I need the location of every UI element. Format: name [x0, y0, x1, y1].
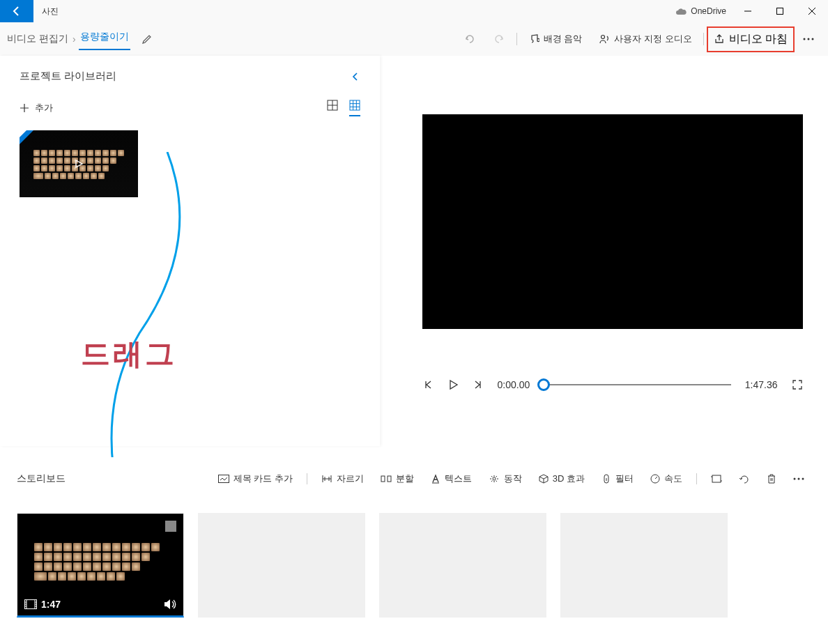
close-button[interactable] — [796, 0, 828, 22]
svg-point-1 — [601, 36, 605, 39]
ellipsis-icon — [803, 38, 814, 40]
library-title: 프로젝트 라이브러리 — [20, 70, 116, 83]
motion-button[interactable]: 동작 — [482, 468, 529, 489]
grid-small-button[interactable] — [349, 100, 360, 116]
cube-icon — [539, 474, 549, 484]
music-icon — [528, 33, 539, 45]
svg-point-10 — [493, 477, 496, 480]
onedrive-label: OneDrive — [691, 6, 726, 16]
finish-video-button[interactable]: 비디오 마침 — [707, 26, 795, 52]
undo-button[interactable] — [455, 27, 484, 51]
svg-rect-7 — [218, 475, 229, 483]
svg-point-16 — [802, 478, 804, 480]
clip-checkbox[interactable] — [165, 521, 176, 532]
chevron-right-icon: › — [72, 33, 76, 45]
cloud-icon — [675, 7, 687, 15]
filter-label: 필터 — [615, 473, 634, 485]
storyboard-empty-slot[interactable] — [560, 513, 728, 618]
rotate-icon — [739, 474, 750, 484]
rotate-button[interactable] — [732, 470, 757, 488]
svg-rect-8 — [381, 476, 385, 482]
separator — [696, 473, 697, 484]
svg-point-3 — [808, 38, 810, 40]
svg-rect-6 — [350, 100, 360, 110]
fullscreen-button[interactable] — [792, 379, 803, 390]
separator — [516, 33, 517, 45]
slider-thumb[interactable] — [537, 378, 550, 391]
title-card-button[interactable]: 제목 카드 추가 — [211, 468, 300, 489]
split-label: 분할 — [396, 473, 414, 485]
next-frame-icon — [473, 379, 484, 390]
app-title: 사진 — [42, 6, 59, 17]
plus-icon — [20, 103, 29, 113]
selected-badge-icon — [20, 130, 33, 144]
total-time: 1:47.36 — [745, 379, 778, 390]
play-icon — [74, 159, 84, 169]
rename-button[interactable] — [141, 33, 153, 45]
library-thumbnail[interactable] — [20, 130, 138, 197]
breadcrumb: 비디오 편집기 › 용량줄이기 — [6, 28, 130, 50]
next-frame-button[interactable] — [473, 379, 484, 390]
svg-point-15 — [798, 478, 800, 480]
trash-icon — [767, 474, 776, 484]
onedrive-indicator[interactable]: OneDrive — [675, 6, 726, 16]
trim-button[interactable]: 자르기 — [314, 468, 371, 489]
chevron-left-icon — [351, 72, 360, 82]
add-label: 추가 — [35, 102, 53, 114]
title-card-label: 제목 카드 추가 — [233, 473, 293, 485]
split-button[interactable]: 분할 — [374, 468, 421, 489]
play-icon — [447, 379, 459, 390]
svg-rect-0 — [777, 8, 783, 15]
video-preview[interactable] — [422, 114, 803, 329]
speed-button[interactable]: 속도 — [643, 468, 689, 489]
crop-icon — [711, 474, 722, 484]
more-button[interactable] — [795, 32, 822, 46]
crop-button[interactable] — [704, 470, 729, 488]
separator — [307, 473, 307, 484]
breadcrumb-item-project[interactable]: 용량줄이기 — [79, 28, 130, 50]
svg-rect-9 — [388, 476, 391, 482]
maximize-button[interactable] — [764, 0, 796, 22]
text-button[interactable]: 텍스트 — [424, 468, 479, 489]
motion-label: 동작 — [504, 473, 522, 485]
separator — [703, 33, 704, 45]
bgm-button[interactable]: 배경 음악 — [520, 27, 591, 51]
storyboard-clip[interactable]: 1:47 — [17, 513, 184, 618]
3d-label: 3D 효과 — [553, 473, 585, 485]
ellipsis-icon — [793, 477, 804, 480]
redo-button[interactable] — [484, 27, 514, 51]
play-button[interactable] — [447, 379, 459, 390]
storyboard-empty-slot[interactable] — [379, 513, 546, 618]
svg-rect-13 — [712, 475, 721, 482]
grid-large-button[interactable] — [327, 100, 338, 116]
share-icon — [714, 33, 725, 45]
storyboard-empty-slot[interactable] — [198, 513, 365, 618]
speed-icon — [650, 474, 660, 484]
motion-icon — [489, 474, 500, 484]
card-icon — [218, 475, 229, 483]
collapse-button[interactable] — [351, 72, 360, 82]
speed-label: 속도 — [664, 473, 682, 485]
bgm-label: 배경 음악 — [544, 33, 583, 45]
person-audio-icon — [599, 33, 610, 45]
prev-frame-button[interactable] — [422, 379, 434, 390]
storyboard-panel: 스토리보드 제목 카드 추가 자르기 분할 텍스트 동작 — [0, 457, 828, 644]
preview-panel: 0:00.00 1:47.36 — [380, 56, 828, 446]
back-button[interactable] — [0, 0, 33, 22]
seek-slider[interactable] — [544, 384, 731, 385]
current-time: 0:00.00 — [498, 379, 530, 390]
minimize-button[interactable] — [732, 0, 764, 22]
custom-audio-button[interactable]: 사용자 지정 오디오 — [590, 27, 700, 51]
breadcrumb-item-editor[interactable]: 비디오 편집기 — [6, 30, 70, 48]
prev-frame-icon — [422, 379, 434, 390]
grid-small-icon — [349, 100, 360, 111]
trim-icon — [321, 474, 332, 484]
delete-button[interactable] — [760, 470, 783, 488]
add-button[interactable]: 추가 — [20, 102, 53, 114]
3d-effects-button[interactable]: 3D 효과 — [532, 468, 592, 489]
library-panel: 프로젝트 라이브러리 추가 — [0, 56, 380, 446]
svg-point-4 — [812, 38, 814, 40]
storyboard-more-button[interactable] — [786, 473, 811, 484]
speaker-icon — [164, 599, 176, 610]
filter-button[interactable]: 필터 — [595, 468, 641, 489]
